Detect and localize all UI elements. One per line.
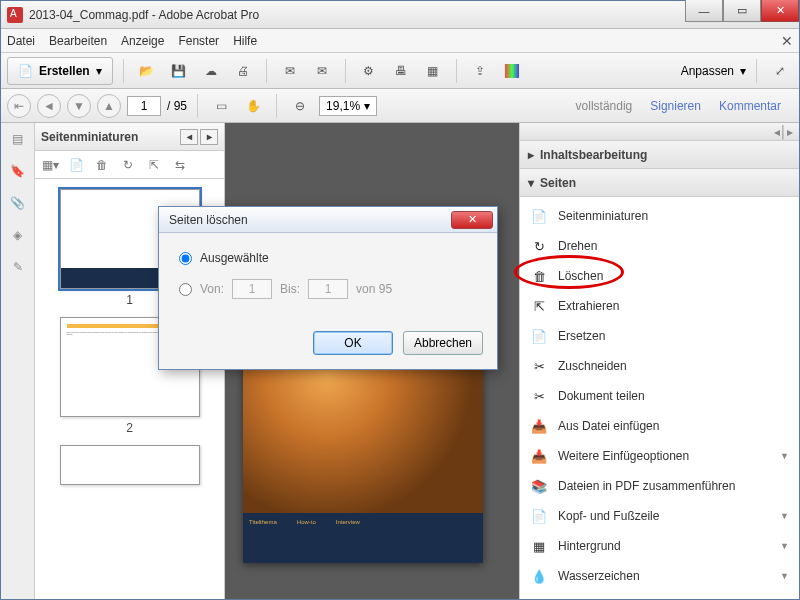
hand-tool[interactable]: ✋ — [240, 93, 266, 119]
minimize-button[interactable]: — — [685, 0, 723, 22]
item-icon: ✂ — [530, 357, 548, 375]
tools-item-aus-datei-einf-gen[interactable]: 📥Aus Datei einfügen — [520, 411, 799, 441]
item-label: Aus Datei einfügen — [558, 419, 659, 433]
tools-item-kopf-und-fu-zeile[interactable]: 📄Kopf- und Fußzeile▼ — [520, 501, 799, 531]
thumb-new-icon[interactable]: 📄 — [67, 156, 85, 174]
color-button[interactable] — [499, 58, 525, 84]
item-label: Dokument teilen — [558, 389, 645, 403]
tools-item-drehen[interactable]: ↻Drehen — [520, 231, 799, 261]
menu-view[interactable]: Anzeige — [121, 34, 164, 48]
cancel-button[interactable]: Abbrechen — [403, 331, 483, 355]
sign-link[interactable]: Signieren — [650, 99, 701, 113]
zoom-out-button[interactable]: ⊖ — [287, 93, 313, 119]
left-rail: ▤ 🔖 📎 ◈ ✎ — [1, 123, 35, 599]
cloud-button[interactable]: ☁ — [198, 58, 224, 84]
chevron-down-icon: ▼ — [780, 511, 789, 521]
item-label: Weitere Einfügeoptionen — [558, 449, 689, 463]
share-button[interactable]: ✉ — [277, 58, 303, 84]
menu-file[interactable]: Datei — [7, 34, 35, 48]
export-button[interactable]: ⇪ — [467, 58, 493, 84]
panel-next-button[interactable]: ▸ — [200, 129, 218, 145]
section-pages[interactable]: ▾ Seiten — [520, 169, 799, 197]
settings-button[interactable]: ⚙ — [356, 58, 382, 84]
panel-prev-button[interactable]: ◂ — [180, 129, 198, 145]
zoom-out-icon: ⊖ — [295, 99, 305, 113]
bookmark-rail-icon[interactable]: 🔖 — [8, 161, 28, 181]
zoom-combo[interactable]: 19,1%▾ — [319, 96, 377, 116]
layers-rail-icon[interactable]: ◈ — [8, 225, 28, 245]
thumb-delete-icon[interactable]: 🗑 — [93, 156, 111, 174]
page-input[interactable] — [127, 96, 161, 116]
comment-link[interactable]: Kommentar — [719, 99, 781, 113]
maximize-button[interactable]: ▭ — [723, 0, 761, 22]
panel-collapse-icon[interactable]: ◂│▸ — [774, 125, 794, 139]
create-button[interactable]: 📄 Erstellen ▾ — [7, 57, 113, 85]
first-page-button[interactable]: ⇤ — [7, 94, 31, 118]
prev-page-button[interactable]: ◄ — [37, 94, 61, 118]
tools-item-wasserzeichen[interactable]: 💧Wasserzeichen▼ — [520, 561, 799, 591]
thumbnails-rail-icon[interactable]: ▤ — [8, 129, 28, 149]
main-toolbar: 📄 Erstellen ▾ 📂 💾 ☁ 🖨 ✉ ✉ ⚙ 🖶 ▦ ⇪ Anpass… — [1, 53, 799, 89]
print2-icon: 🖶 — [395, 64, 407, 78]
tools-item-hintergrund[interactable]: ▦Hintergrund▼ — [520, 531, 799, 561]
customize-link[interactable]: Anpassen — [681, 64, 734, 78]
attachment-rail-icon[interactable]: 📎 — [8, 193, 28, 213]
thumb-rotate-icon[interactable]: ↻ — [119, 156, 137, 174]
label-from: Von: — [200, 282, 224, 296]
item-label: Zuschneiden — [558, 359, 627, 373]
cloud-icon: ☁ — [205, 64, 217, 78]
tools-item-seitenminiaturen[interactable]: 📄Seitenminiaturen — [520, 201, 799, 231]
print-button[interactable]: 🖨 — [230, 58, 256, 84]
full-link[interactable]: vollständig — [576, 99, 633, 113]
thumb-options-icon[interactable]: ▦▾ — [41, 156, 59, 174]
chevron-down-icon: ▾ — [96, 64, 102, 78]
thumb-extract-icon[interactable]: ⇱ — [145, 156, 163, 174]
signatures-rail-icon[interactable]: ✎ — [8, 257, 28, 277]
thumbnails-title: Seitenminiaturen — [41, 130, 138, 144]
close-button[interactable]: ✕ — [761, 0, 799, 22]
thumb-replace-icon[interactable]: ⇆ — [171, 156, 189, 174]
create-icon: 📄 — [18, 64, 33, 78]
radio-range[interactable] — [179, 283, 192, 296]
select-tool[interactable]: ▭ — [208, 93, 234, 119]
item-icon: 📄 — [530, 327, 548, 345]
to-input[interactable] — [308, 279, 348, 299]
chevron-down-icon: ▼ — [780, 571, 789, 581]
delete-pages-dialog: Seiten löschen ✕ Ausgewählte Von: Bis: v… — [158, 206, 498, 370]
radio-selected[interactable] — [179, 252, 192, 265]
ok-button[interactable]: OK — [313, 331, 393, 355]
last-page-button[interactable]: ▲ — [97, 94, 121, 118]
thumbnails-toolbar: ▦▾ 📄 🗑 ↻ ⇱ ⇆ — [35, 151, 224, 179]
dialog-close-button[interactable]: ✕ — [451, 211, 493, 229]
tools-item-l-schen[interactable]: 🗑Löschen — [520, 261, 799, 291]
item-icon: 💧 — [530, 567, 548, 585]
tools-item-extrahieren[interactable]: ⇱Extrahieren — [520, 291, 799, 321]
printer2-button[interactable]: 🖶 — [388, 58, 414, 84]
fullscreen-button[interactable]: ⤢ — [767, 58, 793, 84]
thumbnail[interactable] — [60, 445, 200, 485]
form-button[interactable]: ▦ — [420, 58, 446, 84]
from-input[interactable] — [232, 279, 272, 299]
share-icon: ✉ — [285, 64, 295, 78]
email-button[interactable]: ✉ — [309, 58, 335, 84]
item-icon: 📥 — [530, 447, 548, 465]
menu-window[interactable]: Fenster — [178, 34, 219, 48]
menubar-close-icon[interactable]: ✕ — [781, 33, 793, 49]
tools-item-dateien-in-pdf-zusammenf-hren[interactable]: 📚Dateien in PDF zusammenführen — [520, 471, 799, 501]
tools-item-ersetzen[interactable]: 📄Ersetzen — [520, 321, 799, 351]
dialog-title: Seiten löschen — [169, 213, 248, 227]
next-page-button[interactable]: ▼ — [67, 94, 91, 118]
save-button[interactable]: 💾 — [166, 58, 192, 84]
tools-item-weitere-einf-geoptionen[interactable]: 📥Weitere Einfügeoptionen▼ — [520, 441, 799, 471]
print-icon: 🖨 — [237, 64, 249, 78]
tools-item-dokument-teilen[interactable]: ✂Dokument teilen — [520, 381, 799, 411]
item-label: Kopf- und Fußzeile — [558, 509, 659, 523]
app-icon — [7, 7, 23, 23]
section-content-editing[interactable]: ▸ Inhaltsbearbeitung — [520, 141, 799, 169]
menu-help[interactable]: Hilfe — [233, 34, 257, 48]
menu-edit[interactable]: Bearbeiten — [49, 34, 107, 48]
open-button[interactable]: 📂 — [134, 58, 160, 84]
tools-item-zuschneiden[interactable]: ✂Zuschneiden — [520, 351, 799, 381]
item-label: Extrahieren — [558, 299, 619, 313]
item-label: Drehen — [558, 239, 597, 253]
